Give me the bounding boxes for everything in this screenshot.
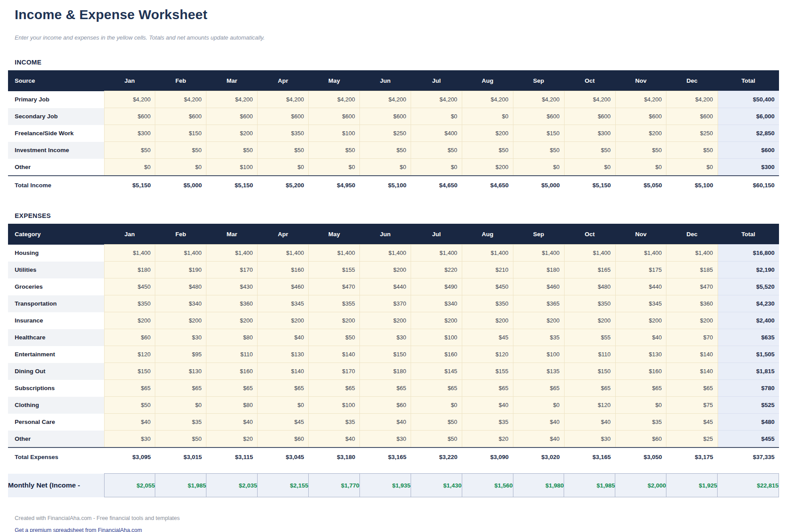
expenses-input-cell[interactable]: $490 bbox=[411, 278, 462, 295]
expenses-input-cell[interactable]: $160 bbox=[615, 363, 666, 380]
expenses-input-cell[interactable]: $110 bbox=[206, 346, 258, 363]
expenses-input-cell[interactable]: $170 bbox=[206, 262, 258, 278]
expenses-input-cell[interactable]: $40 bbox=[462, 397, 513, 414]
income-input-cell[interactable]: $600 bbox=[615, 108, 666, 125]
expenses-input-cell[interactable]: $460 bbox=[258, 278, 309, 295]
expenses-input-cell[interactable]: $340 bbox=[411, 295, 462, 312]
expenses-input-cell[interactable]: $65 bbox=[666, 380, 718, 397]
income-input-cell[interactable]: $4,200 bbox=[155, 91, 206, 108]
expenses-input-cell[interactable]: $345 bbox=[258, 295, 309, 312]
expenses-input-cell[interactable]: $345 bbox=[615, 295, 666, 312]
expenses-input-cell[interactable]: $180 bbox=[360, 363, 411, 380]
expenses-input-cell[interactable]: $40 bbox=[104, 414, 155, 431]
expenses-input-cell[interactable]: $200 bbox=[513, 312, 564, 329]
income-input-cell[interactable]: $4,200 bbox=[206, 91, 258, 108]
expenses-input-cell[interactable]: $200 bbox=[258, 312, 309, 329]
expenses-input-cell[interactable]: $200 bbox=[309, 312, 360, 329]
income-input-cell[interactable]: $150 bbox=[155, 125, 206, 142]
expenses-input-cell[interactable]: $0 bbox=[155, 397, 206, 414]
income-input-cell[interactable]: $0 bbox=[462, 108, 513, 125]
income-input-cell[interactable]: $0 bbox=[258, 159, 309, 176]
income-input-cell[interactable]: $200 bbox=[462, 125, 513, 142]
expenses-input-cell[interactable]: $60 bbox=[104, 329, 155, 346]
expenses-input-cell[interactable]: $1,400 bbox=[206, 245, 258, 262]
expenses-input-cell[interactable]: $365 bbox=[513, 295, 564, 312]
expenses-input-cell[interactable]: $35 bbox=[513, 329, 564, 346]
expenses-input-cell[interactable]: $25 bbox=[666, 431, 718, 448]
income-input-cell[interactable]: $4,200 bbox=[462, 91, 513, 108]
expenses-input-cell[interactable]: $440 bbox=[360, 278, 411, 295]
income-input-cell[interactable]: $0 bbox=[104, 159, 155, 176]
expenses-input-cell[interactable]: $50 bbox=[309, 329, 360, 346]
expenses-input-cell[interactable]: $200 bbox=[155, 312, 206, 329]
expenses-input-cell[interactable]: $200 bbox=[564, 312, 615, 329]
income-input-cell[interactable]: $100 bbox=[206, 159, 258, 176]
expenses-input-cell[interactable]: $200 bbox=[615, 312, 666, 329]
income-input-cell[interactable]: $50 bbox=[666, 142, 718, 159]
expenses-input-cell[interactable]: $75 bbox=[666, 397, 718, 414]
income-input-cell[interactable]: $50 bbox=[155, 142, 206, 159]
expenses-input-cell[interactable]: $370 bbox=[360, 295, 411, 312]
expenses-input-cell[interactable]: $190 bbox=[155, 262, 206, 278]
expenses-input-cell[interactable]: $200 bbox=[462, 312, 513, 329]
income-input-cell[interactable]: $0 bbox=[155, 159, 206, 176]
expenses-input-cell[interactable]: $200 bbox=[666, 312, 718, 329]
expenses-input-cell[interactable]: $480 bbox=[564, 278, 615, 295]
expenses-input-cell[interactable]: $40 bbox=[513, 431, 564, 448]
expenses-input-cell[interactable]: $65 bbox=[104, 380, 155, 397]
expenses-input-cell[interactable]: $65 bbox=[206, 380, 258, 397]
expenses-input-cell[interactable]: $160 bbox=[411, 346, 462, 363]
income-input-cell[interactable]: $50 bbox=[462, 142, 513, 159]
expenses-input-cell[interactable]: $360 bbox=[666, 295, 718, 312]
income-input-cell[interactable]: $4,200 bbox=[666, 91, 718, 108]
income-input-cell[interactable]: $250 bbox=[666, 125, 718, 142]
income-input-cell[interactable]: $600 bbox=[206, 108, 258, 125]
expenses-input-cell[interactable]: $450 bbox=[462, 278, 513, 295]
expenses-input-cell[interactable]: $1,400 bbox=[411, 245, 462, 262]
expenses-input-cell[interactable]: $30 bbox=[564, 431, 615, 448]
income-input-cell[interactable]: $600 bbox=[666, 108, 718, 125]
income-input-cell[interactable]: $200 bbox=[615, 125, 666, 142]
expenses-input-cell[interactable]: $40 bbox=[258, 329, 309, 346]
expenses-input-cell[interactable]: $1,400 bbox=[309, 245, 360, 262]
income-input-cell[interactable]: $150 bbox=[513, 125, 564, 142]
income-input-cell[interactable]: $50 bbox=[206, 142, 258, 159]
expenses-input-cell[interactable]: $65 bbox=[360, 380, 411, 397]
expenses-input-cell[interactable]: $35 bbox=[309, 414, 360, 431]
premium-spreadsheet-link[interactable]: Get a premium spreadsheet from Financial… bbox=[15, 527, 142, 532]
income-input-cell[interactable]: $4,200 bbox=[513, 91, 564, 108]
expenses-input-cell[interactable]: $185 bbox=[666, 262, 718, 278]
expenses-input-cell[interactable]: $1,400 bbox=[615, 245, 666, 262]
expenses-input-cell[interactable]: $45 bbox=[666, 414, 718, 431]
income-input-cell[interactable]: $50 bbox=[360, 142, 411, 159]
expenses-input-cell[interactable]: $50 bbox=[411, 414, 462, 431]
expenses-input-cell[interactable]: $130 bbox=[615, 346, 666, 363]
expenses-input-cell[interactable]: $65 bbox=[564, 380, 615, 397]
income-input-cell[interactable]: $0 bbox=[513, 159, 564, 176]
expenses-input-cell[interactable]: $50 bbox=[104, 397, 155, 414]
expenses-input-cell[interactable]: $50 bbox=[155, 431, 206, 448]
expenses-input-cell[interactable]: $50 bbox=[411, 431, 462, 448]
expenses-input-cell[interactable]: $175 bbox=[615, 262, 666, 278]
income-input-cell[interactable]: $4,200 bbox=[564, 91, 615, 108]
expenses-input-cell[interactable]: $165 bbox=[564, 262, 615, 278]
income-input-cell[interactable]: $600 bbox=[513, 108, 564, 125]
income-input-cell[interactable]: $0 bbox=[309, 159, 360, 176]
expenses-input-cell[interactable]: $100 bbox=[411, 329, 462, 346]
expenses-input-cell[interactable]: $65 bbox=[411, 380, 462, 397]
income-input-cell[interactable]: $0 bbox=[564, 159, 615, 176]
expenses-input-cell[interactable]: $160 bbox=[258, 262, 309, 278]
expenses-input-cell[interactable]: $130 bbox=[155, 363, 206, 380]
expenses-input-cell[interactable]: $65 bbox=[462, 380, 513, 397]
expenses-input-cell[interactable]: $60 bbox=[258, 431, 309, 448]
expenses-input-cell[interactable]: $120 bbox=[564, 397, 615, 414]
expenses-input-cell[interactable]: $200 bbox=[360, 312, 411, 329]
income-input-cell[interactable]: $350 bbox=[258, 125, 309, 142]
expenses-input-cell[interactable]: $30 bbox=[360, 329, 411, 346]
expenses-input-cell[interactable]: $200 bbox=[411, 312, 462, 329]
expenses-input-cell[interactable]: $65 bbox=[258, 380, 309, 397]
income-input-cell[interactable]: $50 bbox=[564, 142, 615, 159]
income-input-cell[interactable]: $200 bbox=[462, 159, 513, 176]
expenses-input-cell[interactable]: $30 bbox=[360, 431, 411, 448]
expenses-input-cell[interactable]: $1,400 bbox=[155, 245, 206, 262]
